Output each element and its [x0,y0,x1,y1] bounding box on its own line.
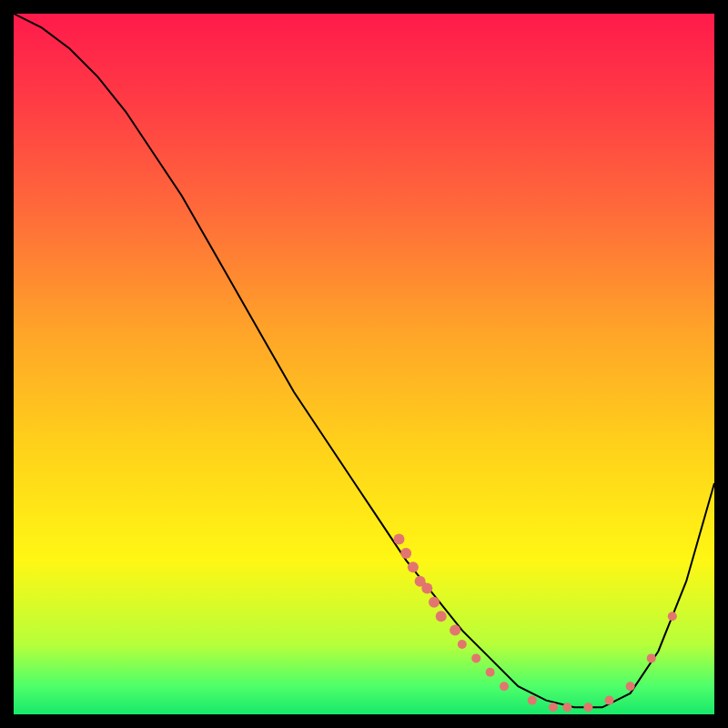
data-marker [458,640,467,649]
data-marker [500,682,509,691]
data-marker [668,612,677,621]
data-marker [486,668,495,677]
data-marker [436,611,447,622]
chart-frame: TheBottleneck.com [14,14,714,714]
data-marker [421,582,432,593]
data-marker [450,625,460,636]
data-marker [394,534,405,545]
data-marker [562,703,571,712]
data-marker [408,561,419,572]
data-marker [647,653,656,662]
data-marker [583,703,592,712]
data-marker [471,653,480,662]
bottleneck-chart [14,14,714,714]
data-marker [626,682,635,691]
data-marker [400,548,411,559]
gradient-background [14,14,714,714]
data-marker [549,703,558,712]
data-marker [605,696,614,705]
data-marker [429,597,440,608]
data-marker [528,696,537,705]
